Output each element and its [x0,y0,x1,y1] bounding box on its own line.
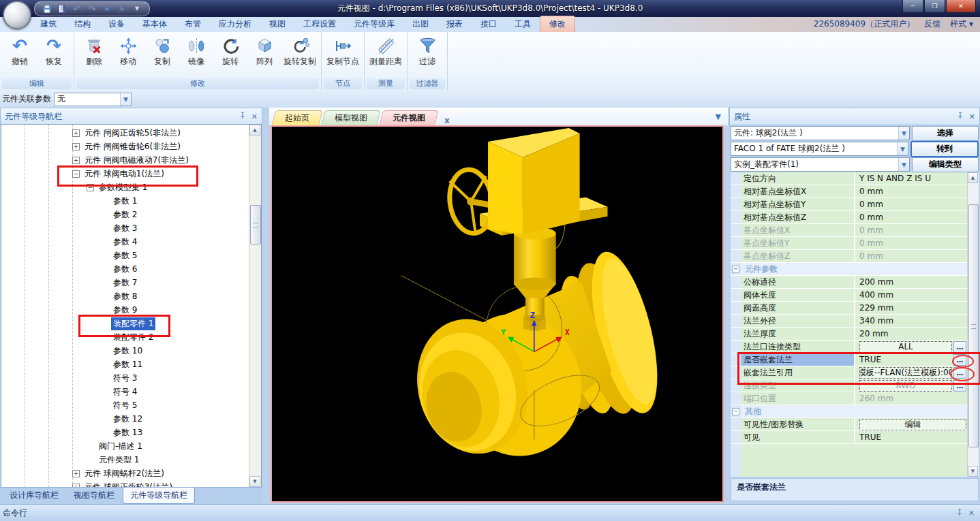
过滤-button[interactable]: 过滤 [410,35,444,69]
property-value[interactable]: TRUE… [854,353,968,366]
property-row[interactable]: 公称通径200 mm [731,276,968,289]
close-icon[interactable]: ✕ [968,509,975,518]
property-label[interactable]: 基点坐标值X [741,224,854,236]
document-tab-起始页[interactable]: 起始页 [271,110,322,125]
menu-tab-布管[interactable]: 布管 [176,16,210,32]
undo-small-icon[interactable]: ↶ [72,3,82,14]
tree-item[interactable]: −参数模型集 1 [1,180,249,194]
menu-tab-接口[interactable]: 接口 [472,16,506,32]
expand-icon[interactable]: + [72,157,80,164]
property-row[interactable]: 相对基点坐标值Y0 mm [731,198,968,211]
tree-item[interactable]: 装配零件 2 [1,330,249,344]
minimize-button[interactable]: ─ [902,0,923,13]
property-value[interactable]: 200 mm [854,276,968,288]
tree-item[interactable]: 符号 3 [1,371,249,385]
测量距离-button[interactable]: 测量距离 [367,35,404,69]
application-orb-button[interactable] [3,1,31,29]
document-icon[interactable] [57,3,67,14]
document-tab-元件视图[interactable]: 元件视图 [379,110,438,125]
阵列-button[interactable]: 阵列 [247,35,281,69]
close-icon[interactable]: ✕ [251,112,258,121]
tree-item[interactable]: −元件 球阀电动1(法兰) [1,167,249,180]
feedback-link[interactable]: 反馈 [924,18,940,30]
tree-item-label[interactable]: 参数 7 [111,277,139,289]
scroll-up-button[interactable]: ▲ [968,172,978,183]
tree-item[interactable]: 参数 1 [1,194,249,208]
tree-item[interactable]: 元件类型 1 [1,453,249,467]
tree-item[interactable]: 参数 5 [1,249,249,262]
expand-icon[interactable]: + [72,129,80,137]
复制-button[interactable]: 复制 [145,35,179,69]
tree-item[interactable]: +元件 闸阀电磁液动7(非法兰) [1,153,249,167]
scrollbar-thumb[interactable] [968,204,979,447]
menu-tab-元件等级库[interactable]: 元件等级库 [345,16,403,32]
style-menu[interactable]: 样式 ▾ [950,18,973,30]
property-row[interactable]: 基点坐标值X0 mm [731,224,968,237]
property-value-button[interactable]: 编辑 [859,419,966,430]
tree-item[interactable]: 符号 5 [1,398,249,412]
chevron-down-icon[interactable]: ▼ [898,158,909,171]
property-value[interactable]: 模板--FLAN(法兰模板):00… [854,366,968,379]
tree-item-label[interactable]: 装配零件 2 [111,331,155,344]
property-label[interactable]: 法兰口连接类型 [741,341,854,353]
maximize-button[interactable]: ❐ [924,0,945,13]
property-row[interactable]: 基点坐标值Y0 mm [731,237,968,250]
tree-item-label[interactable]: 参数 8 [111,290,139,303]
property-label[interactable]: 相对基点坐标值Y [741,198,854,210]
property-label[interactable]: 基点坐标值Z [741,250,854,262]
tree-item[interactable]: 参数 6 [1,262,249,276]
镜像-button[interactable]: 镜像 [179,35,213,69]
tree-item-label[interactable]: 参数模型集 1 [97,181,149,194]
property-label[interactable]: 可见性/图形替换 [741,418,854,430]
tab-close-icon[interactable]: x [444,116,450,125]
tree-item-label[interactable]: 参数 13 [111,426,144,439]
property-value-button[interactable]: ALL [859,341,952,353]
property-value[interactable]: Y IS N AND Z IS U [854,172,968,185]
tree-item[interactable]: 参数 10 [1,344,249,358]
property-value-button[interactable]: 模板--FLAN(法兰模板):00 [859,367,952,379]
scroll-down-button[interactable]: ▼ [249,476,260,487]
edit-type-button[interactable]: 编辑类型 [912,157,979,172]
property-label[interactable]: 连接类型 [741,379,854,392]
pin-icon[interactable] [956,509,963,518]
tree-item-label[interactable]: 参数 4 [111,236,139,249]
menu-tab-建筑[interactable]: 建筑 [31,16,65,32]
property-label[interactable]: 法兰厚度 [741,328,854,340]
tree-item[interactable]: 参数 9 [1,303,249,317]
property-row[interactable]: 法兰口连接类型ALL… [731,341,968,353]
tree-item-label[interactable]: 符号 3 [111,372,139,385]
property-label[interactable]: 公称通径 [741,276,854,288]
menu-tab-出图[interactable]: 出图 [403,16,438,32]
property-label[interactable]: 可见 [741,431,854,443]
close-icon[interactable]: ✕ [969,112,975,121]
property-label[interactable]: 是否嵌套法兰 [741,353,854,366]
property-row[interactable]: 阀盖高度229 mm [731,302,968,315]
tree-item-label[interactable]: 参数 5 [111,249,139,262]
navigator-tab-设计库导航栏[interactable]: 设计库导航栏 [3,488,65,503]
property-label[interactable]: 阀盖高度 [741,302,854,314]
qa-dropdown-icon[interactable]: ▼ [132,3,142,14]
redo-small-icon[interactable]: ↷ [87,3,97,14]
property-row[interactable]: 相对基点坐标值Z0 mm [731,211,968,224]
property-label[interactable]: 嵌套法兰引用 [741,366,854,379]
chevron-down-icon[interactable]: ▼ [898,127,909,140]
tree-item-label[interactable]: 元件 球阀蜗杆2(法兰) [82,467,166,480]
tree-item[interactable]: 参数 8 [1,289,249,303]
chevron-down-icon[interactable]: ▼ [120,93,131,106]
property-row[interactable]: 阀体长度400 mm [731,289,968,302]
property-label[interactable]: 相对基点坐标值X [741,185,854,198]
property-label[interactable]: 端口位置 [741,392,854,405]
复制节点-button[interactable]: 复制节点 [324,35,361,69]
select-button[interactable]: 选择 [912,126,979,141]
property-row[interactable]: 基点坐标值Z0 mm [731,250,968,263]
expand-icon[interactable]: + [72,143,80,151]
tree-item-label[interactable]: 元件 闸阀锥齿轮6(非法兰) [82,140,183,153]
tree-item-label[interactable]: 元件类型 1 [97,454,141,467]
property-row[interactable]: 定位方向Y IS N AND Z IS U [731,172,968,185]
删除-button[interactable]: 删除 [77,35,111,69]
scroll-down-button[interactable]: ▼ [968,466,978,477]
param-combo[interactable]: 无 ▼ [54,93,132,106]
type-selector-combo[interactable]: 实例_装配零件(1) ▼ [731,157,910,172]
menu-tab-应力分析[interactable]: 应力分析 [210,16,260,32]
property-row[interactable]: 法兰厚度20 mm [731,328,968,341]
